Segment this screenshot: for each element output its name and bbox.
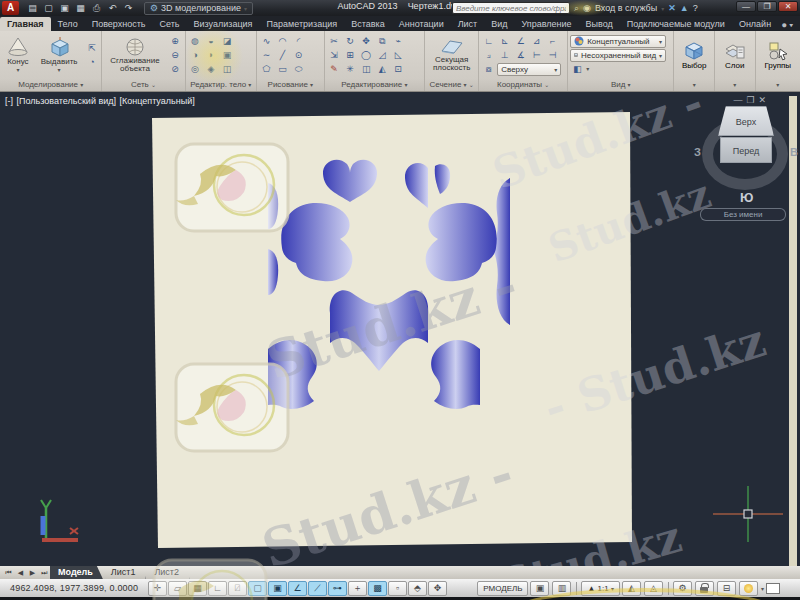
copy-icon[interactable]: ⧉ xyxy=(375,35,390,48)
viewcube[interactable]: З В Ю Верх Перед Без имени xyxy=(694,104,800,224)
workspace-gear-icon[interactable]: ⚙ xyxy=(673,581,692,596)
selection-label[interactable]: Выбор xyxy=(682,61,707,70)
subtract-icon[interactable]: ◒ xyxy=(204,35,219,48)
chevron-down-icon[interactable]: ▾ xyxy=(586,63,589,76)
tab-parametric[interactable]: Параметризация xyxy=(260,17,345,31)
taper-face-icon[interactable]: ◈ xyxy=(204,63,219,76)
tab-annotate[interactable]: Аннотации xyxy=(392,17,451,31)
panel-expander-groups[interactable]: ▾ xyxy=(756,79,800,91)
tab-output[interactable]: Вывод xyxy=(579,17,620,31)
clean-screen-button[interactable] xyxy=(766,583,780,594)
panel-label-section[interactable]: Сечение ▾ ⌄ xyxy=(425,79,478,91)
scale-icon[interactable]: ◿ xyxy=(375,49,390,62)
arc-icon[interactable]: ◠ xyxy=(275,35,290,48)
panel-label-view[interactable]: Вид ▾ xyxy=(568,79,673,91)
dyn-toggle[interactable]: ⊶ xyxy=(328,581,347,596)
viewcube-named-view[interactable]: Без имени xyxy=(700,208,786,221)
ucs-origin-icon[interactable]: ∠ xyxy=(513,35,528,48)
layers-label[interactable]: Слои xyxy=(725,61,744,70)
viewcube-cube[interactable]: Верх Перед xyxy=(718,106,774,176)
viewcube-south[interactable]: Ю xyxy=(740,190,753,205)
panel-label-modify[interactable]: Редактирование ▾ xyxy=(325,79,424,91)
hardware-accel-icon[interactable]: ⊟ xyxy=(717,581,736,596)
extract-edges-icon[interactable]: ◫ xyxy=(220,63,235,76)
viewport-style-control[interactable]: [Концептуальный] xyxy=(120,96,195,106)
stretch-icon[interactable]: ⇲ xyxy=(327,49,342,62)
spline-icon[interactable]: ∿ xyxy=(259,35,274,48)
ucs-named-icon[interactable]: ⧇ xyxy=(481,63,496,76)
close-button[interactable]: ✕ xyxy=(778,1,798,12)
polygon-icon[interactable]: ⬠ xyxy=(259,63,274,76)
annotation-visibility-icon[interactable]: ◭ xyxy=(622,581,641,596)
search-icon[interactable]: ⌕ xyxy=(574,3,579,14)
chamfer-icon[interactable]: ◺ xyxy=(391,49,406,62)
tab-view[interactable]: Вид xyxy=(484,17,514,31)
tab-visualize[interactable]: Визуализация xyxy=(187,17,260,31)
smooth-less-icon[interactable]: ⊖ xyxy=(168,49,183,62)
help-search-input[interactable] xyxy=(452,2,570,14)
cone-button[interactable]: Конус ▾ xyxy=(2,33,34,77)
coordinates-display[interactable]: 4962.4098, 1977.3899, 0.0000 xyxy=(0,583,148,593)
tab-plugins[interactable]: Подключаемые модули xyxy=(620,17,732,31)
autodesk360-icon[interactable]: ▲ xyxy=(680,3,689,13)
extrude-button[interactable]: Выдавить ▾ xyxy=(36,33,83,77)
exchange-apps-icon[interactable]: ✕ xyxy=(668,3,676,13)
fillet-icon[interactable]: ◜ xyxy=(291,35,306,48)
annotation-scale-button[interactable]: ▲ 1:1 ▾ xyxy=(581,581,620,596)
ucs-z-icon[interactable]: ⊿ xyxy=(529,35,544,48)
last-layout-icon[interactable]: ⏭ xyxy=(39,569,50,577)
camera-icon[interactable]: ⏺ ▾ xyxy=(782,20,793,31)
rotate-icon[interactable]: ↻ xyxy=(343,35,358,48)
new-file-icon[interactable]: ▤ xyxy=(25,2,40,15)
otrack-toggle[interactable]: ∠ xyxy=(288,581,307,596)
presspull-icon[interactable]: ⇱ xyxy=(84,42,99,55)
ducs-toggle[interactable]: ⟋ xyxy=(308,581,327,596)
open-file-icon[interactable]: ▢ xyxy=(41,2,56,15)
help-icon[interactable]: ? xyxy=(693,3,698,13)
ucs-y-icon[interactable]: ⊣ xyxy=(545,49,560,62)
drawing-viewport[interactable]: Stud.kz - Stud.kz Stud.kz - - Stud.kz St… xyxy=(0,92,800,566)
autoscale-icon[interactable]: ◬ xyxy=(644,581,663,596)
ucs-x-icon[interactable]: ⊢ xyxy=(529,49,544,62)
panel-label-modeling[interactable]: Моделирование ▾ xyxy=(0,79,101,91)
ucs-object-icon[interactable]: ∡ xyxy=(513,49,528,62)
rectangle-icon[interactable]: ▭ xyxy=(275,63,290,76)
move-icon[interactable]: ✥ xyxy=(359,35,374,48)
ucs-previous-icon[interactable]: ⟓ xyxy=(481,49,496,62)
tab-home[interactable]: Главная xyxy=(0,17,51,31)
status-menu-chevron-icon[interactable]: ▾ xyxy=(761,585,764,592)
app-menu-button[interactable]: A xyxy=(2,1,19,15)
trim-icon[interactable]: ⌁ xyxy=(391,35,406,48)
sign-in-button[interactable]: Вход в службы xyxy=(595,3,657,13)
explode-icon[interactable]: ✳ xyxy=(343,63,358,76)
panel-label-solid-editing[interactable]: Редактир. тело ▾ xyxy=(186,79,257,91)
ucs-world-icon[interactable]: ∟ xyxy=(481,35,496,48)
tab-layout1[interactable]: Лист1 xyxy=(103,566,147,579)
qp-toggle[interactable]: ▫ xyxy=(388,581,407,596)
tab-layout[interactable]: Лист xyxy=(451,17,485,31)
quick-view-layouts-icon[interactable]: ▣ xyxy=(530,581,549,596)
polyline-icon[interactable]: ∼ xyxy=(259,49,274,62)
view-direction-dropdown[interactable]: Сверху ▾ xyxy=(497,63,561,76)
refine-mesh-icon[interactable]: ⊘ xyxy=(168,63,183,76)
tab-insert[interactable]: Вставка xyxy=(344,17,391,31)
first-layout-icon[interactable]: ⏮ xyxy=(3,569,14,577)
lock-ui-icon[interactable] xyxy=(695,581,714,596)
ellipse-icon[interactable]: ⬭ xyxy=(291,63,306,76)
circle-icon[interactable]: ⊙ xyxy=(291,49,306,62)
named-view-dropdown[interactable]: Несохраненный вид ▾ xyxy=(570,49,666,62)
isolate-objects-icon[interactable] xyxy=(739,581,758,596)
save-as-icon[interactable]: ▦ xyxy=(73,2,88,15)
panel-label-mesh[interactable]: Сеть ⌄ xyxy=(102,79,184,91)
sign-in-chevron-icon[interactable]: ▾ xyxy=(661,5,664,12)
align-icon[interactable]: ◭ xyxy=(375,63,390,76)
slice-icon[interactable]: ◪ xyxy=(220,35,235,48)
sc-toggle[interactable]: ⬘ xyxy=(408,581,427,596)
ucs-icon[interactable]: ⊾ xyxy=(497,35,512,48)
mirror-icon[interactable]: ◫ xyxy=(359,63,374,76)
prev-layout-icon[interactable]: ◀ xyxy=(15,569,26,577)
save-icon[interactable]: ▣ xyxy=(57,2,72,15)
minimize-button[interactable]: — xyxy=(736,1,756,12)
osnap3d-toggle[interactable]: ▣ xyxy=(268,581,287,596)
tab-online[interactable]: Онлайн xyxy=(732,17,778,31)
